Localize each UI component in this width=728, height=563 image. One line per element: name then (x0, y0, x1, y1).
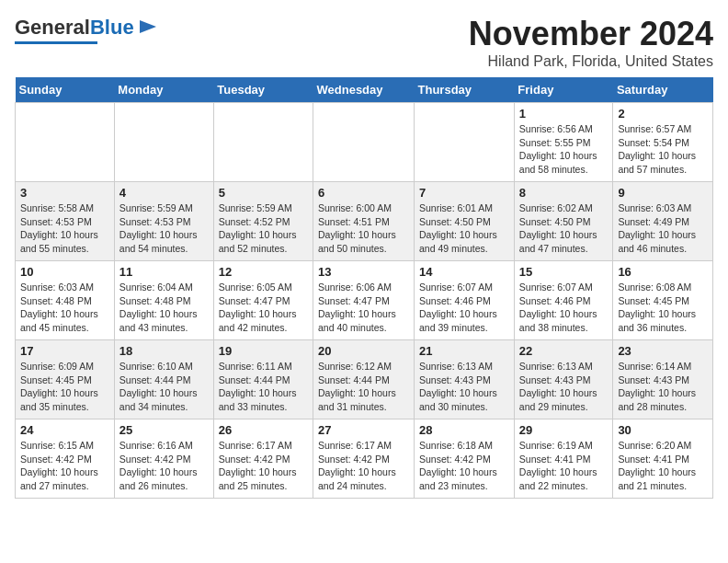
location-title: Hiland Park, Florida, United States (469, 53, 713, 70)
day-info: Sunrise: 6:16 AMSunset: 4:42 PMDaylight:… (119, 439, 209, 493)
calendar-cell: 19Sunrise: 6:11 AMSunset: 4:44 PMDayligh… (213, 340, 313, 419)
svg-marker-0 (140, 20, 156, 33)
day-info: Sunrise: 6:19 AMSunset: 4:41 PMDaylight:… (519, 439, 609, 493)
calendar-cell: 26Sunrise: 6:17 AMSunset: 4:42 PMDayligh… (213, 419, 313, 499)
calendar-cell (213, 103, 313, 182)
day-info: Sunrise: 6:02 AMSunset: 4:50 PMDaylight:… (519, 201, 609, 256)
calendar-cell: 8Sunrise: 6:02 AMSunset: 4:50 PMDaylight… (514, 182, 613, 261)
calendar-body: 1Sunrise: 6:56 AMSunset: 5:55 PMDaylight… (16, 103, 713, 499)
title-area: November 2024 Hiland Park, Florida, Unit… (469, 15, 713, 70)
day-info: Sunrise: 6:11 AMSunset: 4:44 PMDaylight:… (219, 360, 308, 414)
day-number: 4 (119, 186, 209, 200)
calendar-cell: 4Sunrise: 5:59 AMSunset: 4:53 PMDaylight… (114, 182, 213, 261)
day-number: 20 (318, 344, 409, 358)
day-number: 25 (119, 423, 209, 437)
day-info: Sunrise: 6:13 AMSunset: 4:43 PMDaylight:… (419, 360, 509, 414)
day-info: Sunrise: 6:03 AMSunset: 4:48 PMDaylight:… (20, 281, 109, 335)
day-info: Sunrise: 6:07 AMSunset: 4:46 PMDaylight:… (519, 281, 609, 335)
calendar-cell: 18Sunrise: 6:10 AMSunset: 4:44 PMDayligh… (114, 340, 213, 419)
calendar-table: SundayMondayTuesdayWednesdayThursdayFrid… (15, 77, 713, 499)
calendar-cell: 5Sunrise: 5:59 AMSunset: 4:52 PMDaylight… (213, 182, 313, 261)
day-number: 30 (618, 423, 708, 437)
day-info: Sunrise: 6:13 AMSunset: 4:43 PMDaylight:… (519, 360, 609, 414)
calendar-cell: 16Sunrise: 6:08 AMSunset: 4:45 PMDayligh… (613, 261, 713, 340)
day-number: 21 (419, 344, 509, 358)
day-info: Sunrise: 6:00 AMSunset: 4:51 PMDaylight:… (318, 201, 409, 256)
day-info: Sunrise: 5:59 AMSunset: 4:53 PMDaylight:… (119, 201, 209, 256)
day-number: 15 (519, 265, 609, 279)
weekday-header-row: SundayMondayTuesdayWednesdayThursdayFrid… (16, 77, 713, 103)
day-number: 27 (318, 423, 409, 437)
day-info: Sunrise: 6:08 AMSunset: 4:45 PMDaylight:… (618, 281, 708, 335)
calendar-cell (415, 103, 515, 182)
day-number: 5 (219, 186, 308, 200)
day-info: Sunrise: 6:17 AMSunset: 4:42 PMDaylight:… (219, 439, 308, 493)
day-info: Sunrise: 6:15 AMSunset: 4:42 PMDaylight:… (20, 439, 109, 493)
day-number: 1 (519, 107, 609, 121)
calendar-cell: 1Sunrise: 6:56 AMSunset: 5:55 PMDaylight… (514, 103, 613, 182)
day-info: Sunrise: 6:09 AMSunset: 4:45 PMDaylight:… (20, 360, 109, 414)
calendar-cell: 27Sunrise: 6:17 AMSunset: 4:42 PMDayligh… (313, 419, 415, 499)
day-number: 19 (219, 344, 308, 358)
calendar-cell: 11Sunrise: 6:04 AMSunset: 4:48 PMDayligh… (114, 261, 213, 340)
day-number: 18 (119, 344, 209, 358)
week-row-4: 17Sunrise: 6:09 AMSunset: 4:45 PMDayligh… (16, 340, 713, 419)
day-number: 17 (20, 344, 109, 358)
day-info: Sunrise: 6:18 AMSunset: 4:42 PMDaylight:… (419, 439, 509, 493)
month-title: November 2024 (469, 15, 713, 53)
logo-text: GeneralBlue (15, 17, 134, 38)
week-row-5: 24Sunrise: 6:15 AMSunset: 4:42 PMDayligh… (16, 419, 713, 499)
calendar-cell: 2Sunrise: 6:57 AMSunset: 5:54 PMDaylight… (613, 103, 713, 182)
calendar-cell: 17Sunrise: 6:09 AMSunset: 4:45 PMDayligh… (16, 340, 115, 419)
day-number: 24 (20, 423, 109, 437)
calendar-cell: 21Sunrise: 6:13 AMSunset: 4:43 PMDayligh… (415, 340, 515, 419)
day-number: 12 (219, 265, 308, 279)
calendar-cell: 20Sunrise: 6:12 AMSunset: 4:44 PMDayligh… (313, 340, 415, 419)
weekday-tuesday: Tuesday (213, 77, 313, 103)
calendar-cell: 12Sunrise: 6:05 AMSunset: 4:47 PMDayligh… (213, 261, 313, 340)
day-number: 9 (618, 186, 708, 200)
day-number: 7 (419, 186, 509, 200)
day-number: 26 (219, 423, 308, 437)
calendar-cell (114, 103, 213, 182)
logo-underline (15, 41, 97, 44)
weekday-friday: Friday (514, 77, 613, 103)
calendar-cell: 3Sunrise: 5:58 AMSunset: 4:53 PMDaylight… (16, 182, 115, 261)
day-number: 6 (318, 186, 409, 200)
day-info: Sunrise: 6:03 AMSunset: 4:49 PMDaylight:… (618, 201, 708, 256)
header: GeneralBlue November 2024 Hiland Park, F… (15, 15, 713, 70)
calendar-cell: 15Sunrise: 6:07 AMSunset: 4:46 PMDayligh… (514, 261, 613, 340)
weekday-sunday: Sunday (16, 77, 115, 103)
day-number: 10 (20, 265, 109, 279)
calendar-cell: 10Sunrise: 6:03 AMSunset: 4:48 PMDayligh… (16, 261, 115, 340)
calendar-cell: 9Sunrise: 6:03 AMSunset: 4:49 PMDaylight… (613, 182, 713, 261)
day-number: 23 (618, 344, 708, 358)
day-info: Sunrise: 6:12 AMSunset: 4:44 PMDaylight:… (318, 360, 409, 414)
calendar-cell (16, 103, 115, 182)
day-info: Sunrise: 6:17 AMSunset: 4:42 PMDaylight:… (318, 439, 409, 493)
day-info: Sunrise: 5:59 AMSunset: 4:52 PMDaylight:… (219, 201, 308, 256)
day-number: 2 (618, 107, 708, 121)
weekday-wednesday: Wednesday (313, 77, 415, 103)
day-number: 3 (20, 186, 109, 200)
day-info: Sunrise: 6:06 AMSunset: 4:47 PMDaylight:… (318, 281, 409, 335)
week-row-3: 10Sunrise: 6:03 AMSunset: 4:48 PMDayligh… (16, 261, 713, 340)
day-info: Sunrise: 6:20 AMSunset: 4:41 PMDaylight:… (618, 439, 708, 493)
weekday-monday: Monday (114, 77, 213, 103)
calendar-cell: 24Sunrise: 6:15 AMSunset: 4:42 PMDayligh… (16, 419, 115, 499)
day-info: Sunrise: 6:10 AMSunset: 4:44 PMDaylight:… (119, 360, 209, 414)
day-info: Sunrise: 6:56 AMSunset: 5:55 PMDaylight:… (519, 122, 609, 177)
calendar-cell: 23Sunrise: 6:14 AMSunset: 4:43 PMDayligh… (613, 340, 713, 419)
day-info: Sunrise: 6:07 AMSunset: 4:46 PMDaylight:… (419, 281, 509, 335)
logo-icon (138, 17, 158, 37)
day-number: 28 (419, 423, 509, 437)
calendar-cell: 25Sunrise: 6:16 AMSunset: 4:42 PMDayligh… (114, 419, 213, 499)
day-number: 22 (519, 344, 609, 358)
logo: GeneralBlue (15, 15, 158, 44)
calendar-cell: 13Sunrise: 6:06 AMSunset: 4:47 PMDayligh… (313, 261, 415, 340)
day-info: Sunrise: 6:04 AMSunset: 4:48 PMDaylight:… (119, 281, 209, 335)
day-number: 13 (318, 265, 409, 279)
weekday-saturday: Saturday (613, 77, 713, 103)
calendar-cell (313, 103, 415, 182)
calendar-cell: 30Sunrise: 6:20 AMSunset: 4:41 PMDayligh… (613, 419, 713, 499)
